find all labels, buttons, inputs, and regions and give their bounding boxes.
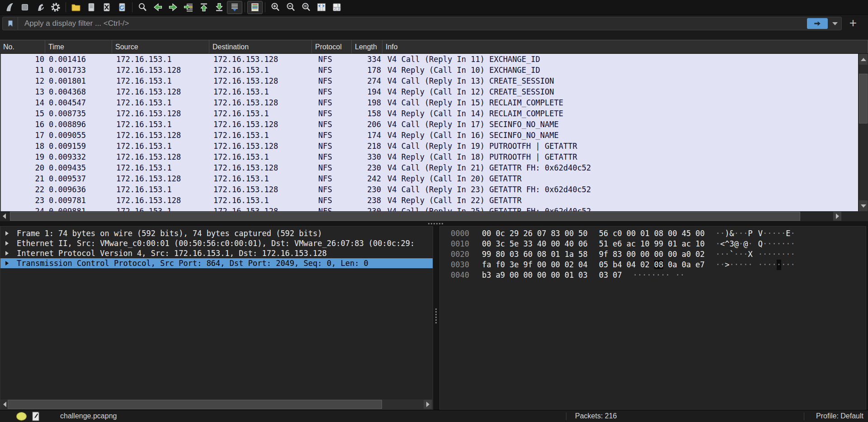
hex-byte[interactable]: 60: [523, 250, 532, 259]
ascii-char[interactable]: ·: [790, 249, 795, 260]
hex-byte[interactable]: 50: [578, 229, 587, 238]
hex-byte[interactable]: 83: [613, 250, 622, 259]
packet-row[interactable]: 230.009781172.16.153.128172.16.153.1NFS2…: [1, 195, 858, 206]
ascii-char[interactable]: @: [743, 239, 748, 249]
hex-byte[interactable]: 10: [640, 239, 649, 248]
hex-byte[interactable]: 05: [599, 260, 608, 269]
hex-byte[interactable]: 00: [551, 260, 560, 269]
scroll-down-button[interactable]: [859, 200, 868, 211]
hex-byte[interactable]: ac: [627, 239, 636, 248]
ascii-char[interactable]: ): [725, 228, 729, 239]
packet-row[interactable]: 240.009881172.16.153.1172.16.153.128NFS2…: [1, 206, 858, 211]
go-to-packet-button[interactable]: [181, 1, 196, 14]
hex-byte[interactable]: 00: [551, 270, 560, 280]
vertical-scrollbar-thumb[interactable]: [859, 74, 868, 123]
ascii-char[interactable]: ·: [716, 260, 720, 270]
hex-byte[interactable]: ac: [682, 239, 691, 248]
expand-arrow-icon[interactable]: [5, 261, 9, 266]
layout-123-button[interactable]: 123: [329, 1, 344, 14]
zoom-out-button[interactable]: [283, 1, 298, 14]
hex-byte[interactable]: 00: [640, 250, 649, 259]
packet-row[interactable]: 100.001416172.16.153.1172.16.153.128NFS3…: [1, 54, 858, 65]
next-packet-button[interactable]: [165, 1, 181, 14]
hex-byte[interactable]: c0: [613, 229, 622, 238]
ascii-char[interactable]: ·: [743, 228, 748, 239]
hex-byte[interactable]: 33: [523, 239, 532, 248]
ascii-char[interactable]: ·: [758, 260, 763, 270]
hex-byte[interactable]: 02: [565, 260, 574, 269]
ascii-char[interactable]: ·: [743, 260, 748, 270]
horizontal-splitter[interactable]: [0, 221, 868, 226]
display-filter-input[interactable]: Apply a display filter ... <Ctrl-/>: [2, 17, 842, 30]
filter-bookmark-button[interactable]: [3, 17, 18, 30]
hex-byte[interactable]: 04: [627, 260, 636, 269]
ascii-char[interactable]: ·: [772, 239, 776, 249]
column-header-protocol[interactable]: Protocol: [312, 40, 352, 53]
ascii-char[interactable]: @: [734, 239, 739, 249]
hex-byte[interactable]: 83: [551, 229, 560, 238]
packet-row[interactable]: 130.004368172.16.153.128172.16.153.1NFS1…: [1, 86, 858, 97]
ascii-char[interactable]: ·: [777, 249, 781, 260]
hex-byte[interactable]: 00: [482, 229, 491, 238]
hex-byte[interactable]: b4: [613, 260, 622, 269]
ascii-char[interactable]: ·: [748, 239, 752, 249]
hex-byte[interactable]: 99: [654, 239, 663, 248]
ascii-char[interactable]: ·: [637, 270, 642, 280]
ascii-char[interactable]: ·: [739, 239, 743, 249]
hex-byte[interactable]: 01: [668, 239, 677, 248]
ascii-char[interactable]: ·: [680, 270, 684, 280]
column-header-source[interactable]: Source: [112, 40, 209, 53]
ascii-char[interactable]: ^: [725, 239, 729, 249]
ascii-char[interactable]: ·: [720, 228, 725, 239]
capture-comment-icon[interactable]: [32, 412, 40, 422]
ascii-char[interactable]: ·: [743, 249, 748, 260]
horizontal-scrollbar-thumb[interactable]: [8, 400, 382, 409]
hex-byte[interactable]: 00: [551, 239, 560, 248]
hex-byte[interactable]: 08: [654, 260, 663, 269]
hex-byte[interactable]: 26: [523, 229, 532, 238]
scroll-left-button[interactable]: [0, 212, 8, 221]
ascii-char[interactable]: ·: [739, 249, 743, 260]
ascii-char[interactable]: ·: [763, 260, 767, 270]
ascii-char[interactable]: ·: [660, 270, 665, 280]
ascii-char[interactable]: ·: [729, 260, 734, 270]
hex-byte[interactable]: 00: [668, 229, 677, 238]
profile-label[interactable]: Profile: Default: [816, 412, 863, 420]
restart-capture-button[interactable]: [33, 1, 48, 14]
filter-dropdown-chevron-icon[interactable]: [832, 22, 838, 25]
ascii-char[interactable]: ·: [781, 260, 786, 270]
ascii-char[interactable]: ·: [739, 228, 743, 239]
ascii-char[interactable]: ·: [786, 249, 790, 260]
ascii-char[interactable]: ·: [739, 260, 743, 270]
ascii-char[interactable]: ·: [665, 270, 670, 280]
column-header-length[interactable]: Length: [352, 40, 382, 53]
ascii-char[interactable]: <: [720, 239, 725, 249]
hex-byte[interactable]: 06: [578, 239, 587, 248]
capture-options-button[interactable]: [48, 1, 63, 14]
start-capture-button[interactable]: [2, 1, 17, 14]
colorize-button[interactable]: [247, 1, 263, 14]
packet-row[interactable]: 120.001801172.16.153.1172.16.153.128NFS2…: [1, 76, 858, 86]
column-header-no[interactable]: No.: [0, 40, 45, 53]
hex-byte[interactable]: 00: [627, 229, 636, 238]
vertical-splitter[interactable]: [433, 226, 439, 410]
ascii-char[interactable]: ·: [767, 239, 772, 249]
ascii-char[interactable]: &: [729, 228, 734, 239]
hex-byte[interactable]: 29: [509, 229, 519, 238]
column-header-info[interactable]: Info: [382, 40, 868, 53]
hex-byte[interactable]: 10: [695, 239, 704, 248]
hex-byte[interactable]: 0a: [668, 260, 677, 269]
hex-byte[interactable]: e7: [695, 260, 704, 269]
packet-row[interactable]: 190.009332172.16.153.128172.16.153.1NFS3…: [1, 152, 858, 162]
hex-byte[interactable]: 08: [654, 229, 663, 238]
auto-scroll-button[interactable]: [227, 1, 242, 14]
detail-row-ip[interactable]: Internet Protocol Version 4, Src: 172.16…: [0, 248, 433, 258]
ascii-char[interactable]: ·: [656, 270, 660, 280]
ascii-char[interactable]: E: [786, 228, 790, 239]
hex-byte[interactable]: 00: [482, 239, 491, 248]
scroll-up-button[interactable]: [859, 54, 868, 65]
details-horizontal-scrollbar[interactable]: [0, 399, 433, 409]
hex-byte[interactable]: 00: [654, 250, 663, 259]
apply-filter-button[interactable]: [807, 18, 828, 29]
ascii-char[interactable]: ·: [777, 260, 781, 270]
